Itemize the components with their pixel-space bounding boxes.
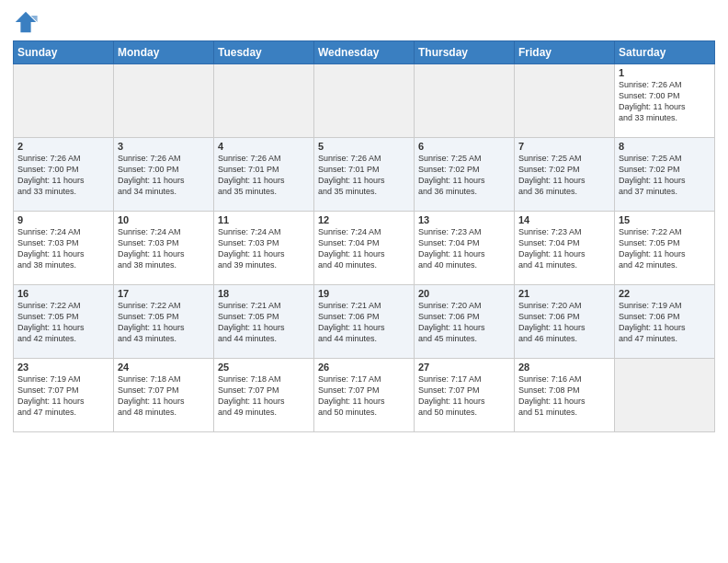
weekday-header-sunday: Sunday [14, 41, 114, 64]
day-info: Sunrise: 7:26 AM Sunset: 7:01 PM Dayligh… [318, 153, 410, 198]
day-info: Sunrise: 7:19 AM Sunset: 7:07 PM Dayligh… [17, 373, 109, 419]
calendar-table: SundayMondayTuesdayWednesdayThursdayFrid… [13, 40, 715, 432]
day-info: Sunrise: 7:26 AM Sunset: 7:00 PM Dayligh… [17, 153, 109, 198]
day-number: 1 [619, 67, 711, 78]
calendar-cell [515, 64, 615, 138]
day-number: 17 [118, 288, 210, 299]
logo-icon [13, 9, 39, 35]
day-info: Sunrise: 7:24 AM Sunset: 7:03 PM Dayligh… [218, 226, 310, 271]
week-row-4: 23Sunrise: 7:19 AM Sunset: 7:07 PM Dayli… [14, 359, 715, 432]
weekday-header-friday: Friday [515, 41, 615, 64]
day-info: Sunrise: 7:18 AM Sunset: 7:07 PM Dayligh… [118, 373, 210, 419]
day-info: Sunrise: 7:22 AM Sunset: 7:05 PM Dayligh… [118, 300, 210, 345]
day-number: 12 [318, 214, 410, 225]
day-info: Sunrise: 7:16 AM Sunset: 7:08 PM Dayligh… [518, 373, 610, 419]
calendar-cell: 22Sunrise: 7:19 AM Sunset: 7:06 PM Dayli… [615, 285, 715, 359]
calendar-cell [114, 64, 214, 138]
calendar-cell: 28Sunrise: 7:16 AM Sunset: 7:08 PM Dayli… [515, 359, 615, 432]
day-number: 2 [17, 141, 109, 152]
day-info: Sunrise: 7:17 AM Sunset: 7:07 PM Dayligh… [418, 373, 510, 419]
day-number: 7 [518, 141, 610, 152]
day-number: 28 [518, 362, 610, 373]
day-info: Sunrise: 7:17 AM Sunset: 7:07 PM Dayligh… [318, 373, 410, 419]
calendar-cell: 20Sunrise: 7:20 AM Sunset: 7:06 PM Dayli… [415, 285, 515, 359]
day-info: Sunrise: 7:20 AM Sunset: 7:06 PM Dayligh… [418, 300, 510, 345]
calendar-cell: 17Sunrise: 7:22 AM Sunset: 7:05 PM Dayli… [114, 285, 214, 359]
calendar-cell [14, 64, 114, 138]
calendar-cell: 12Sunrise: 7:24 AM Sunset: 7:04 PM Dayli… [314, 212, 415, 285]
calendar-cell: 26Sunrise: 7:17 AM Sunset: 7:07 PM Dayli… [314, 359, 415, 432]
calendar-cell: 16Sunrise: 7:22 AM Sunset: 7:05 PM Dayli… [14, 285, 114, 359]
logo [13, 9, 42, 35]
page-header [13, 9, 715, 35]
weekday-header-saturday: Saturday [615, 41, 715, 64]
calendar-cell: 18Sunrise: 7:21 AM Sunset: 7:05 PM Dayli… [214, 285, 314, 359]
day-info: Sunrise: 7:23 AM Sunset: 7:04 PM Dayligh… [518, 226, 610, 271]
day-info: Sunrise: 7:22 AM Sunset: 7:05 PM Dayligh… [619, 226, 711, 271]
day-info: Sunrise: 7:26 AM Sunset: 7:00 PM Dayligh… [619, 79, 711, 124]
day-number: 3 [118, 141, 210, 152]
calendar-cell: 19Sunrise: 7:21 AM Sunset: 7:06 PM Dayli… [314, 285, 415, 359]
calendar-cell [214, 64, 314, 138]
day-info: Sunrise: 7:19 AM Sunset: 7:06 PM Dayligh… [619, 300, 711, 345]
calendar-cell: 6Sunrise: 7:25 AM Sunset: 7:02 PM Daylig… [415, 138, 515, 212]
calendar-cell: 7Sunrise: 7:25 AM Sunset: 7:02 PM Daylig… [515, 138, 615, 212]
day-number: 4 [218, 141, 310, 152]
weekday-header-monday: Monday [114, 41, 214, 64]
day-number: 25 [218, 362, 310, 373]
day-number: 9 [17, 214, 109, 225]
day-info: Sunrise: 7:23 AM Sunset: 7:04 PM Dayligh… [418, 226, 510, 271]
day-info: Sunrise: 7:24 AM Sunset: 7:03 PM Dayligh… [118, 226, 210, 271]
day-number: 23 [17, 362, 109, 373]
week-row-3: 16Sunrise: 7:22 AM Sunset: 7:05 PM Dayli… [14, 285, 715, 359]
day-info: Sunrise: 7:20 AM Sunset: 7:06 PM Dayligh… [518, 300, 610, 345]
calendar-cell: 25Sunrise: 7:18 AM Sunset: 7:07 PM Dayli… [214, 359, 314, 432]
day-number: 5 [318, 141, 410, 152]
calendar-cell: 15Sunrise: 7:22 AM Sunset: 7:05 PM Dayli… [615, 212, 715, 285]
week-row-2: 9Sunrise: 7:24 AM Sunset: 7:03 PM Daylig… [14, 212, 715, 285]
calendar-cell: 1Sunrise: 7:26 AM Sunset: 7:00 PM Daylig… [615, 64, 715, 138]
day-number: 13 [418, 214, 510, 225]
weekday-header-wednesday: Wednesday [314, 41, 415, 64]
day-info: Sunrise: 7:26 AM Sunset: 7:01 PM Dayligh… [218, 153, 310, 198]
week-row-0: 1Sunrise: 7:26 AM Sunset: 7:00 PM Daylig… [14, 64, 715, 138]
weekday-header-thursday: Thursday [415, 41, 515, 64]
calendar-cell: 2Sunrise: 7:26 AM Sunset: 7:00 PM Daylig… [14, 138, 114, 212]
day-number: 8 [619, 141, 711, 152]
day-info: Sunrise: 7:18 AM Sunset: 7:07 PM Dayligh… [218, 373, 310, 419]
calendar-cell: 27Sunrise: 7:17 AM Sunset: 7:07 PM Dayli… [415, 359, 515, 432]
day-info: Sunrise: 7:24 AM Sunset: 7:04 PM Dayligh… [318, 226, 410, 271]
calendar-cell [615, 359, 715, 432]
day-info: Sunrise: 7:25 AM Sunset: 7:02 PM Dayligh… [518, 153, 610, 198]
week-row-1: 2Sunrise: 7:26 AM Sunset: 7:00 PM Daylig… [14, 138, 715, 212]
calendar-cell: 3Sunrise: 7:26 AM Sunset: 7:00 PM Daylig… [114, 138, 214, 212]
calendar-cell: 23Sunrise: 7:19 AM Sunset: 7:07 PM Dayli… [14, 359, 114, 432]
day-info: Sunrise: 7:21 AM Sunset: 7:05 PM Dayligh… [218, 300, 310, 345]
svg-marker-0 [16, 12, 36, 32]
calendar-cell: 11Sunrise: 7:24 AM Sunset: 7:03 PM Dayli… [214, 212, 314, 285]
day-info: Sunrise: 7:22 AM Sunset: 7:05 PM Dayligh… [17, 300, 109, 345]
day-info: Sunrise: 7:25 AM Sunset: 7:02 PM Dayligh… [418, 153, 510, 198]
day-number: 15 [619, 214, 711, 225]
day-number: 26 [318, 362, 410, 373]
day-number: 20 [418, 288, 510, 299]
day-number: 14 [518, 214, 610, 225]
calendar-cell [415, 64, 515, 138]
calendar-cell: 8Sunrise: 7:25 AM Sunset: 7:02 PM Daylig… [615, 138, 715, 212]
calendar-cell: 24Sunrise: 7:18 AM Sunset: 7:07 PM Dayli… [114, 359, 214, 432]
day-info: Sunrise: 7:25 AM Sunset: 7:02 PM Dayligh… [619, 153, 711, 198]
day-number: 10 [118, 214, 210, 225]
calendar-cell: 9Sunrise: 7:24 AM Sunset: 7:03 PM Daylig… [14, 212, 114, 285]
day-number: 16 [17, 288, 109, 299]
calendar-cell: 4Sunrise: 7:26 AM Sunset: 7:01 PM Daylig… [214, 138, 314, 212]
calendar-cell: 13Sunrise: 7:23 AM Sunset: 7:04 PM Dayli… [415, 212, 515, 285]
day-number: 6 [418, 141, 510, 152]
day-number: 22 [619, 288, 711, 299]
calendar-cell: 14Sunrise: 7:23 AM Sunset: 7:04 PM Dayli… [515, 212, 615, 285]
weekday-header-tuesday: Tuesday [214, 41, 314, 64]
day-info: Sunrise: 7:24 AM Sunset: 7:03 PM Dayligh… [17, 226, 109, 271]
day-number: 11 [218, 214, 310, 225]
calendar-cell: 21Sunrise: 7:20 AM Sunset: 7:06 PM Dayli… [515, 285, 615, 359]
weekday-header-row: SundayMondayTuesdayWednesdayThursdayFrid… [14, 41, 715, 64]
day-number: 21 [518, 288, 610, 299]
